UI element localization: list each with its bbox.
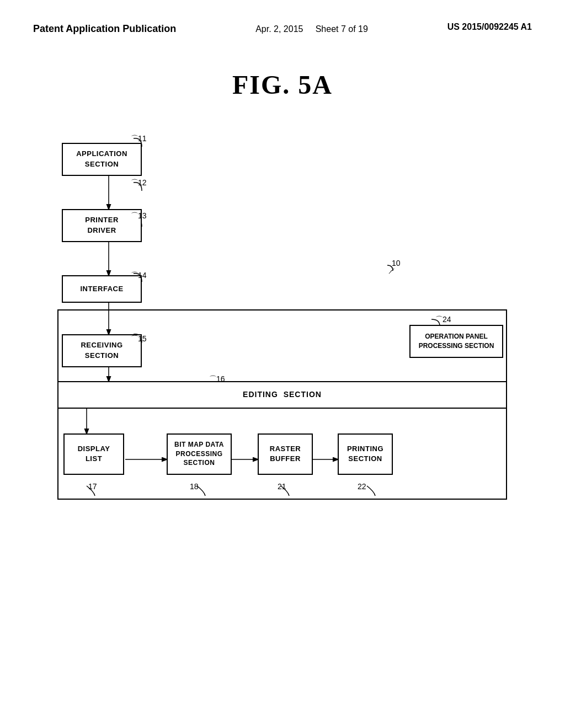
application-section-box: APPLICATIONSECTION <box>62 143 142 176</box>
printer-driver-box: PRINTERDRIVER <box>62 209 142 242</box>
figure-title: FIG. 5A <box>0 69 565 100</box>
ref-15: 15 <box>138 334 147 343</box>
sheet-info: Sheet 7 of 19 <box>316 24 368 34</box>
receiving-section-box: RECEIVINGSECTION <box>62 334 142 367</box>
ref-22-label: 22 <box>358 482 366 491</box>
bitmap-processing-box: BIT MAP DATAPROCESSINGSECTION <box>167 433 232 475</box>
printing-section-box: PRINTINGSECTION <box>338 433 393 475</box>
ref-14-curve: ⌒ <box>131 271 138 281</box>
ref-24: 24 <box>443 315 451 324</box>
ref-18-label: 18 <box>190 482 199 491</box>
diagram-area: 10 ⟋ APPLICATIONSECTION 11 ⌒ 12 ⌒ PRINTE… <box>45 127 520 513</box>
ref-12: 12 <box>138 178 147 187</box>
display-list-box: DISPLAYLIST <box>63 433 124 475</box>
ref-17-label: 17 <box>88 482 97 491</box>
ref-13: 13 <box>138 211 147 220</box>
editing-section-box: EDITING SECTION <box>57 381 507 409</box>
ref-14: 14 <box>138 271 147 280</box>
ref-11: 11 <box>138 134 147 143</box>
raster-buffer-box: RASTERBUFFER <box>258 433 313 475</box>
header-center-info: Apr. 2, 2015 Sheet 7 of 19 <box>255 22 368 36</box>
ref-16-curve: ⌒ <box>209 374 217 384</box>
ref-13-curve: ⌒ <box>131 211 138 221</box>
ref-15-curve: ⌒ <box>131 334 138 344</box>
interface-box: INTERFACE <box>62 275 142 303</box>
patent-number: US 2015/0092245 A1 <box>447 22 532 32</box>
ref-12-curve: ⌒ <box>131 178 138 188</box>
publication-date: Apr. 2, 2015 <box>255 24 303 34</box>
ref-10-mark: ⟋ <box>386 265 396 277</box>
page-header: Patent Application Publication Apr. 2, 2… <box>0 0 565 36</box>
publication-title: Patent Application Publication <box>33 22 176 36</box>
ref-11-curve: ⌒ <box>131 134 138 144</box>
ref-24-curve: ⌒ <box>435 315 443 325</box>
ref-16: 16 <box>216 374 225 383</box>
ref-21-label: 21 <box>278 482 286 491</box>
operation-panel-box: OPERATION PANELPROCESSING SECTION <box>409 325 503 358</box>
